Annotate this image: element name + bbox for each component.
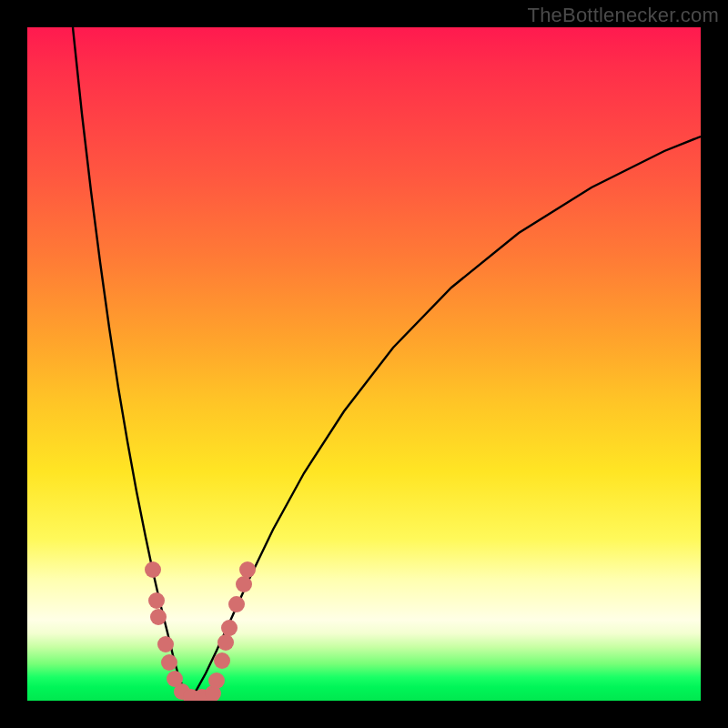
data-point-markers (145, 561, 256, 701)
data-point-marker (214, 652, 230, 669)
plot-area (27, 27, 701, 701)
data-point-marker (221, 620, 238, 636)
data-point-marker (239, 561, 256, 578)
data-point-marker (236, 576, 252, 592)
data-point-marker (145, 561, 161, 578)
data-point-marker (208, 672, 225, 689)
watermark-text: TheBottlenecker.com (528, 4, 719, 27)
curve-group (73, 27, 701, 699)
outer-frame: TheBottlenecker.com (0, 0, 728, 728)
data-point-marker (217, 634, 234, 651)
curve-layer (27, 27, 701, 701)
curve-left-branch (73, 27, 189, 699)
data-point-marker (228, 596, 245, 612)
data-point-marker (148, 592, 165, 609)
data-point-marker (161, 654, 177, 671)
curve-right-branch (189, 136, 701, 699)
data-point-marker (157, 636, 174, 652)
data-point-marker (150, 609, 167, 625)
